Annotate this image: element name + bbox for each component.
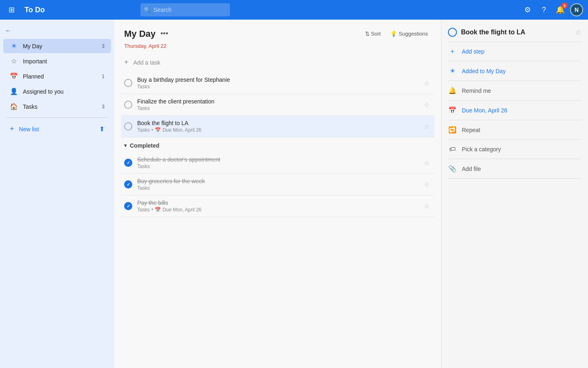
sidebar-item-important[interactable]: ☆ Important (3, 54, 111, 68)
calendar-icon: 📅 (448, 106, 457, 114)
sidebar: ← ☀ My Day 3 ☆ Important 📅 Planned 1 👤 A… (0, 20, 114, 368)
tag-icon: 🏷 (448, 146, 457, 153)
detail-task-name: Book the flight to LA (461, 29, 571, 36)
content-area: My Day ••• ⇅ Sort 💡 Suggestions Thursday… (114, 20, 441, 368)
plus-icon: + (10, 125, 14, 133)
task-circle[interactable] (124, 101, 132, 109)
sort-icon: ⇅ (365, 31, 370, 37)
bell-icon: 🔔 (448, 87, 457, 94)
task-item[interactable]: Finalize the client presentation Tasks ☆ (121, 94, 434, 116)
sidebar-item-label: Important (23, 58, 105, 65)
sidebar-item-tasks[interactable]: 🏠 Tasks 3 (3, 99, 111, 114)
task-due-icon: 📅 (155, 127, 161, 133)
myday-title: My Day (124, 29, 156, 39)
task-star-button[interactable]: ☆ (422, 179, 431, 190)
task-info: Pay the bills Tasks • 📅 Due Mon, April 2… (137, 200, 422, 213)
task-item[interactable]: Buy a birthday present for Stephanie Tas… (121, 72, 434, 94)
completed-task-item[interactable]: Schedule a doctor's appointment Tasks ☆ (121, 152, 434, 174)
more-options-button[interactable]: ••• (159, 28, 170, 40)
task-circle[interactable] (124, 79, 132, 87)
detail-task-circle[interactable] (448, 28, 457, 37)
task-star-button[interactable]: ☆ (422, 201, 431, 212)
repeat-label: Repeat (462, 127, 581, 133)
remind-me-row[interactable]: 🔔 Remind me (441, 81, 588, 100)
sort-button[interactable]: ⇅ Sort (362, 29, 384, 38)
avatar[interactable]: N (570, 3, 583, 16)
task-name: Buy a birthday present for Stephanie (137, 76, 422, 83)
completed-section-header[interactable]: ▾ Completed (121, 137, 434, 152)
task-circle-completed[interactable] (124, 202, 132, 210)
main-layout: ← ☀ My Day 3 ☆ Important 📅 Planned 1 👤 A… (0, 20, 588, 368)
repeat-row[interactable]: 🔁 Repeat (441, 120, 588, 139)
add-task-plus-icon: + (124, 58, 129, 67)
category-row[interactable]: 🏷 Pick a category (441, 140, 588, 159)
sidebar-item-count: 3 (102, 43, 105, 49)
lightbulb-icon: 💡 (390, 31, 397, 37)
due-label: Due Mon, April 26 (462, 107, 581, 114)
task-meta: Tasks (137, 185, 422, 191)
sidebar-item-count: 1 (102, 74, 105, 79)
due-date-row[interactable]: 📅 Due Mon, April 26 (441, 101, 588, 120)
sidebar-item-label: Planned (23, 73, 102, 80)
export-icon: ⬆ (99, 125, 105, 133)
suggestions-label: Suggestions (399, 31, 428, 37)
task-star-button[interactable]: ☆ (422, 121, 431, 132)
completed-label: Completed (130, 142, 159, 149)
sun-icon: ☀ (10, 42, 18, 50)
task-name: Pay the bills (137, 200, 422, 206)
add-file-row[interactable]: 📎 Add file (441, 159, 588, 178)
new-list-button[interactable]: + New list ⬆ (3, 121, 111, 137)
task-item[interactable]: Book the flight to LA Tasks • 📅 Due Mon,… (121, 116, 434, 137)
suggestions-button[interactable]: 💡 Suggestions (387, 29, 431, 38)
add-step-row[interactable]: + Add step (441, 42, 588, 61)
add-task-label: Add a task (134, 59, 160, 66)
sidebar-divider (7, 117, 108, 118)
task-name: Book the flight to LA (137, 120, 422, 126)
category-label: Pick a category (462, 146, 581, 153)
task-meta: Tasks • 📅 Due Mon, April 26 (137, 127, 422, 133)
search-input[interactable] (140, 3, 230, 16)
task-circle-completed[interactable] (124, 159, 132, 167)
search-wrap: 🔍 (140, 3, 345, 16)
calendar-icon: 📅 (10, 72, 18, 80)
task-info: Buy groceries for the week Tasks (137, 178, 422, 191)
new-list-label: New list (19, 126, 39, 132)
sidebar-item-label: My Day (23, 43, 102, 49)
task-list: + Add a task Buy a birthday present for … (114, 54, 441, 368)
task-star-button[interactable]: ☆ (422, 99, 431, 110)
sidebar-item-my-day[interactable]: ☀ My Day 3 (3, 39, 111, 53)
task-name: Buy groceries for the week (137, 178, 422, 184)
home-icon: 🏠 (10, 103, 18, 110)
task-circle-completed[interactable] (124, 180, 132, 188)
sidebar-collapse-button[interactable]: ← (0, 25, 114, 37)
completed-task-item[interactable]: Buy groceries for the week Tasks ☆ (121, 174, 434, 195)
task-info: Buy a birthday present for Stephanie Tas… (137, 76, 422, 90)
add-step-label: Add step (462, 48, 581, 55)
plus-icon: + (448, 48, 457, 55)
help-icon[interactable]: ? (537, 3, 550, 16)
myday-actions: ⇅ Sort 💡 Suggestions (362, 29, 431, 38)
settings-icon[interactable]: ⚙ (521, 3, 534, 16)
detail-star-button[interactable]: ☆ (575, 28, 581, 37)
task-due-icon: 📅 (155, 207, 161, 213)
task-star-button[interactable]: ☆ (422, 78, 431, 89)
sidebar-item-planned[interactable]: 📅 Planned 1 (3, 69, 111, 83)
task-info: Schedule a doctor's appointment Tasks (137, 156, 422, 169)
add-task-row[interactable]: + Add a task (121, 54, 434, 71)
added-to-myday-row[interactable]: ☀ Added to My Day (441, 61, 588, 81)
notification-badge: 3 (561, 2, 568, 9)
person-icon: 👤 (10, 88, 18, 95)
topbar-right: ⚙ ? 🔔 3 N (521, 3, 583, 16)
completed-task-item[interactable]: Pay the bills Tasks • 📅 Due Mon, April 2… (121, 195, 434, 217)
task-name: Finalize the client presentation (137, 98, 422, 105)
task-info: Finalize the client presentation Tasks (137, 98, 422, 111)
sidebar-item-label: Tasks (23, 103, 102, 110)
grid-icon[interactable]: ⊞ (5, 3, 18, 16)
task-circle[interactable] (124, 122, 132, 130)
sidebar-item-assigned[interactable]: 👤 Assigned to you (3, 84, 111, 99)
sidebar-item-label: Assigned to you (23, 88, 105, 95)
task-meta: Tasks (137, 84, 422, 90)
task-meta: Tasks (137, 105, 422, 111)
task-star-button[interactable]: ☆ (422, 157, 431, 168)
detail-panel: Book the flight to LA ☆ + Add step ☀ Add… (441, 20, 588, 368)
